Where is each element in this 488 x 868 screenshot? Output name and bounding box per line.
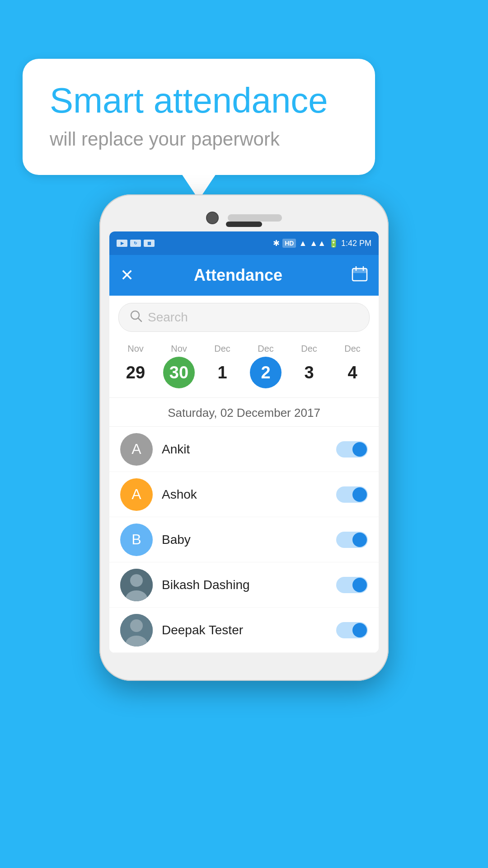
- avatar-ashok: A: [120, 478, 153, 511]
- toggle-bikash[interactable]: [336, 577, 368, 593]
- svg-rect-1: [352, 269, 367, 273]
- wifi-icon: ▲: [299, 239, 307, 248]
- cal-month-label: Dec: [258, 344, 274, 354]
- toggle-ankit[interactable]: [336, 441, 368, 458]
- camera-dot: [206, 212, 219, 224]
- battery-icon: 🔋: [328, 238, 338, 248]
- status-time: 1:42 PM: [341, 239, 371, 248]
- phone-screen: ▶ ↻ ▦ ✱ HD ▲ ▲▲ 🔋 1:42 PM ✕ Attendance: [109, 231, 379, 653]
- status-icon-1: ▶: [117, 240, 127, 247]
- toggle-deepak[interactable]: [336, 622, 368, 638]
- status-icon-2: ↻: [130, 240, 141, 247]
- cal-num-2: 2: [250, 357, 282, 388]
- cal-num-3: 3: [293, 357, 325, 388]
- cal-num-4: 4: [337, 357, 368, 388]
- phone-mockup: ▶ ↻ ▦ ✱ HD ▲ ▲▲ 🔋 1:42 PM ✕ Attendance: [99, 194, 389, 681]
- search-placeholder: Search: [148, 310, 188, 325]
- calendar-strip: Nov 29 Nov 30 Dec 1 Dec 2: [109, 339, 379, 398]
- person-name-bikash: Bikash Dashing: [162, 578, 327, 592]
- list-item: Deepak Tester: [109, 608, 379, 653]
- toggle-baby[interactable]: [336, 532, 368, 548]
- cal-month-label: Nov: [171, 344, 187, 354]
- cal-num-29: 29: [120, 357, 151, 388]
- cal-day-dec1[interactable]: Dec 1: [202, 344, 243, 388]
- speaker-bar: [228, 214, 282, 222]
- speech-bubble: Smart attendance will replace your paper…: [23, 59, 375, 175]
- cal-day-nov30[interactable]: Nov 30: [159, 344, 199, 388]
- avatar-ankit: A: [120, 433, 153, 466]
- cal-month-label: Dec: [214, 344, 230, 354]
- bluetooth-icon: ✱: [273, 238, 280, 248]
- toggle-ashok[interactable]: [336, 486, 368, 503]
- cal-month-label: Nov: [127, 344, 144, 354]
- search-bar-container: Search: [109, 296, 379, 339]
- person-name-ankit: Ankit: [162, 442, 327, 457]
- person-name-baby: Baby: [162, 533, 327, 547]
- cal-num-1: 1: [206, 357, 238, 388]
- status-icon-3: ▦: [144, 240, 155, 247]
- avatar-baby: B: [120, 524, 153, 556]
- speaker-slot: [226, 222, 262, 227]
- avatar-bikash: [120, 569, 153, 601]
- cal-month-label: Dec: [301, 344, 317, 354]
- bubble-title: Smart attendance: [50, 81, 348, 120]
- phone-bottom-bar: [109, 653, 379, 671]
- list-item: A Ashok: [109, 472, 379, 517]
- status-left-icons: ▶ ↻ ▦: [117, 240, 155, 247]
- phone-top-bar: [109, 204, 379, 231]
- search-icon: [130, 310, 142, 326]
- status-bar: ▶ ↻ ▦ ✱ HD ▲ ▲▲ 🔋 1:42 PM: [109, 231, 379, 255]
- cal-day-dec4[interactable]: Dec 4: [332, 344, 373, 388]
- svg-point-10: [130, 619, 143, 632]
- attendance-list: A Ankit A Ashok B Baby: [109, 427, 379, 653]
- bubble-subtitle: will replace your paperwork: [50, 128, 348, 150]
- calendar-days-row: Nov 29 Nov 30 Dec 1 Dec 2: [109, 344, 379, 388]
- cal-day-dec3[interactable]: Dec 3: [289, 344, 329, 388]
- status-right-area: ✱ HD ▲ ▲▲ 🔋 1:42 PM: [273, 238, 371, 248]
- svg-point-7: [130, 574, 143, 587]
- app-title: Attendance: [143, 266, 333, 285]
- search-bar[interactable]: Search: [118, 303, 370, 332]
- list-item: A Ankit: [109, 427, 379, 472]
- cal-num-30: 30: [163, 357, 195, 388]
- hd-badge: HD: [282, 239, 296, 248]
- list-item: B Baby: [109, 517, 379, 562]
- close-button[interactable]: ✕: [120, 266, 134, 285]
- cal-month-label: Dec: [344, 344, 361, 354]
- calendar-icon[interactable]: [352, 266, 368, 285]
- svg-line-5: [138, 318, 141, 321]
- avatar-deepak: [120, 614, 153, 646]
- selected-date-label: Saturday, 02 December 2017: [109, 398, 379, 427]
- app-bar: ✕ Attendance: [109, 255, 379, 296]
- cal-day-dec2[interactable]: Dec 2: [245, 344, 286, 388]
- person-name-ashok: Ashok: [162, 487, 327, 502]
- signal-icon: ▲▲: [310, 239, 326, 248]
- cal-day-nov29[interactable]: Nov 29: [115, 344, 156, 388]
- person-name-deepak: Deepak Tester: [162, 623, 327, 637]
- list-item: Bikash Dashing: [109, 562, 379, 608]
